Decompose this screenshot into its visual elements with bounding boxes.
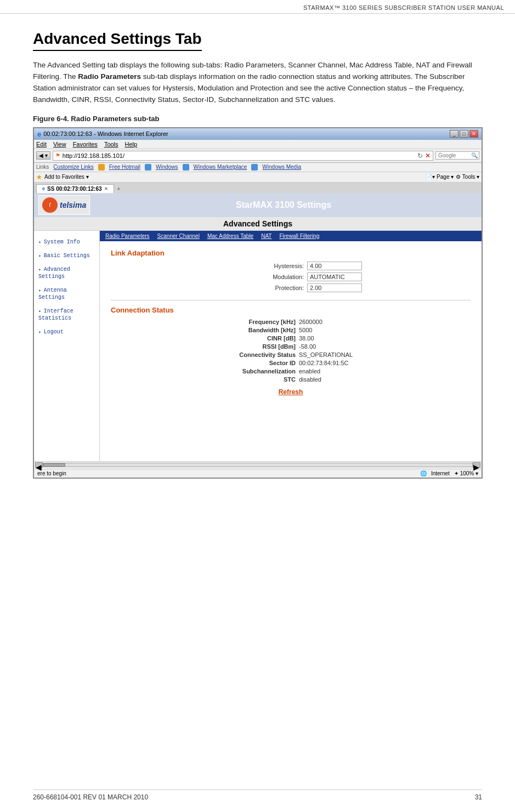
windows-media-icon	[251, 164, 258, 171]
ie-menu-bar: Edit View Favorites Tools Help	[34, 140, 482, 149]
menu-view[interactable]: View	[53, 141, 66, 147]
sub-tab-nat[interactable]: NAT	[258, 232, 275, 240]
scroll-left-button[interactable]: ◀	[35, 462, 43, 468]
stc-label: STC	[200, 376, 299, 383]
browser-window-controls: _ □ ✕	[450, 130, 478, 138]
browser-title: 00:02:73:00:12:63 - Windows Internet Exp…	[43, 130, 168, 137]
free-hotmail[interactable]: Free Hotmail	[109, 164, 140, 170]
tab-title: SS 00:02:73:00:12:63	[47, 186, 102, 192]
menu-tools[interactable]: Tools	[104, 141, 118, 147]
advanced-settings-header: Advanced Settings	[34, 217, 482, 231]
bandwidth-value: 5000	[299, 327, 381, 333]
hysteresis-label: Hysteresis:	[219, 263, 307, 269]
customize-links[interactable]: Customize Links	[53, 164, 93, 170]
tab-close-icon[interactable]: ✕	[104, 186, 108, 191]
search-input[interactable]	[438, 152, 471, 158]
status-zoom: ✦ 100% ▾	[454, 470, 478, 476]
links-label: Links	[36, 164, 49, 170]
telsima-logo-text: telsima	[60, 201, 86, 209]
windows-media[interactable]: Windows Media	[262, 164, 301, 170]
hysteresis-row: Hysteresis:	[111, 262, 471, 270]
sidebar-item-logout[interactable]: Logout	[34, 325, 99, 339]
menu-help[interactable]: Help	[125, 141, 138, 147]
back-button[interactable]: ◀ ▾	[36, 151, 50, 160]
minimize-button[interactable]: _	[450, 130, 459, 138]
go-refresh-icon[interactable]: ↻	[417, 152, 423, 160]
cinr-label: CINR [dB]	[200, 335, 299, 342]
subchannelization-row: Subchannelization enabled	[111, 368, 471, 374]
connection-status-section: Connection Status Frequency [kHz] 260000…	[111, 306, 471, 396]
tools-icon[interactable]: ⚙ Tools ▾	[456, 174, 479, 180]
sidebar-item-interface-statistics[interactable]: Interface Statistics	[34, 304, 99, 325]
footer-right: 31	[475, 793, 482, 801]
protection-input[interactable]	[307, 283, 362, 292]
close-button[interactable]: ✕	[469, 130, 478, 138]
modulation-row: Modulation:	[111, 272, 471, 281]
protection-label: Protection:	[219, 285, 307, 291]
sub-tab-scanner-channel[interactable]: Scanner Channel	[154, 232, 203, 240]
internet-icon: 🌐	[420, 470, 427, 476]
section-title: Advanced Settings	[223, 219, 292, 228]
sector-id-value: 00:02:73:84:91:5C	[299, 360, 381, 366]
connection-status-title: Connection Status	[111, 306, 471, 314]
body-paragraph: The Advanced Setting tab displays the fo…	[33, 60, 482, 106]
sub-tab-mac-address[interactable]: Mac Address Table	[204, 232, 257, 240]
settings-main-panel: Radio Parameters Scanner Channel Mac Add…	[100, 231, 482, 461]
menu-favorites[interactable]: Favorites	[73, 141, 98, 147]
sector-id-label: Sector ID	[200, 360, 299, 366]
windows-marketplace[interactable]: Windows Marketplace	[194, 164, 247, 170]
modulation-label: Modulation:	[219, 274, 307, 280]
search-box[interactable]: 🔍	[435, 151, 479, 160]
browser-toolbar: ◀ ▾ ⚑ ↻ ✕ 🔍	[34, 149, 482, 163]
restore-button[interactable]: □	[460, 130, 468, 138]
connectivity-row: Connectivity Status SS_OPERATIONAL	[111, 351, 471, 358]
figure-caption: Figure 6-4. Radio Parameters sub-tab	[33, 115, 482, 123]
browser-tab-bar: e SS 00:02:73:00:12:63 ✕ +	[34, 183, 482, 193]
status-internet: Internet	[431, 470, 450, 476]
sidebar-item-system-info[interactable]: System Info	[34, 235, 99, 249]
stop-icon[interactable]: ✕	[425, 152, 431, 160]
footer-left: 260-668104-001 REV 01 MARCH 2010	[33, 793, 148, 801]
protection-row: Protection:	[111, 283, 471, 292]
scroll-right-button[interactable]: ▶	[473, 462, 480, 468]
add-to-favorites[interactable]: Add to Favorites ▾	[44, 174, 89, 180]
webpage-area: t telsima StarMAX 3100 Settings Advanced…	[34, 193, 482, 461]
page-footer: 260-668104-001 REV 01 MARCH 2010 31	[33, 790, 482, 801]
page-title: Advanced Settings Tab	[33, 30, 202, 51]
webpage-header-title: StarMAX 3100 Settings	[90, 200, 477, 210]
search-icon[interactable]: 🔍	[471, 152, 478, 158]
refresh-button[interactable]: Refresh	[111, 388, 471, 396]
sidebar-item-antenna-settings[interactable]: Antenna Settings	[34, 283, 99, 304]
address-bar: ⚑ ↻ ✕	[53, 151, 433, 161]
subchannelization-label: Subchannelization	[200, 368, 299, 374]
subchannelization-value: enabled	[299, 368, 381, 374]
page-header: STARMAX™ 3100 SERIES SUBSCRIBER STATION …	[0, 0, 515, 14]
scrollbar-track[interactable]	[43, 463, 473, 467]
address-input[interactable]	[63, 152, 415, 159]
windows-link[interactable]: Windows	[156, 164, 178, 170]
menu-edit[interactable]: Edit	[36, 141, 47, 147]
scrollbar-thumb[interactable]	[43, 463, 65, 467]
windows-marketplace-icon	[183, 164, 189, 171]
new-tab-button[interactable]: +	[114, 185, 124, 193]
page-tools-icon[interactable]: 📄▾ Page ▾	[426, 174, 454, 180]
sub-tab-firewall[interactable]: Firewall Filtering	[276, 232, 322, 240]
sub-tabs-bar: Radio Parameters Scanner Channel Mac Add…	[100, 231, 482, 241]
sub-tab-radio-parameters[interactable]: Radio Parameters	[102, 232, 153, 240]
hysteresis-input[interactable]	[307, 262, 362, 270]
favorites-star-icon[interactable]: ★	[36, 173, 42, 181]
webpage-body: System Info Basic Settings Advanced Sett…	[34, 231, 482, 461]
frequency-label: Frequency [kHz]	[200, 319, 299, 325]
sidebar-item-advanced-settings[interactable]: Advanced Settings	[34, 263, 99, 283]
frequency-value: 2600000	[299, 319, 381, 325]
rssi-value: -58.00	[299, 343, 381, 350]
browser-command-bar: ★ Add to Favorites ▾ 📄▾ Page ▾ ⚙ Tools ▾	[34, 172, 482, 183]
modulation-input[interactable]	[307, 272, 362, 281]
horizontal-scrollbar[interactable]: ◀ ▶	[34, 461, 482, 469]
frequency-row: Frequency [kHz] 2600000	[111, 319, 471, 325]
connectivity-label: Connectivity Status	[200, 351, 299, 358]
stc-value: disabled	[299, 376, 381, 383]
browser-tab[interactable]: e SS 00:02:73:00:12:63 ✕	[36, 184, 114, 193]
sidebar-item-basic-settings[interactable]: Basic Settings	[34, 249, 99, 263]
settings-panel: Link Adaptation Hysteresis: Modulation: …	[100, 241, 482, 401]
